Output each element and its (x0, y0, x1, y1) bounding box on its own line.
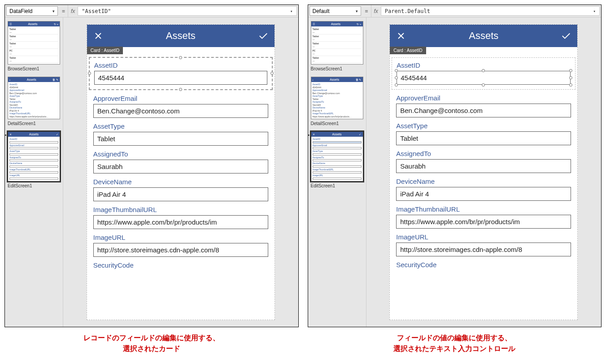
card-approveremail[interactable]: ApproverEmail Ben.Change@contoso.com (93, 95, 268, 118)
thumbnail-detail[interactable]: ‹Assets🗑 ✎ AssetID4545444 ApproverEmailB… (8, 77, 60, 119)
formula-input[interactable]: Parent.Default ▾ (381, 6, 600, 16)
caption-right: フィールドの値の編集に使用する、 選択されたテキスト入力コントロール (308, 333, 602, 354)
chevron-down-icon[interactable]: ▾ (290, 9, 292, 13)
card-imageurl[interactable]: ImageURL http://store.storeimages.cdn-ap… (396, 233, 571, 256)
thumbnail-browse[interactable]: ☰Assets↻ + Tablet— Tablet— Tablet— PC— T… (8, 21, 60, 65)
text-input[interactable]: http://store.storeimages.cdn-apple.com/8 (396, 243, 571, 256)
screen-thumbnails: ☰Assets↻ + Tablet— Tablet— Tablet— PC— T… (308, 17, 366, 327)
thumbnail-edit[interactable]: ••• ✕Assets✓ AssetID ApproverEmail Asset… (8, 131, 60, 182)
text-input[interactable]: http://store.storeimages.cdn-apple.com/8 (93, 243, 268, 257)
selection-tag: Card : AssetID (87, 47, 123, 54)
app-header: Assets (87, 25, 275, 47)
text-input[interactable]: Saurabh (396, 159, 571, 173)
chevron-down-icon: ▾ (52, 9, 55, 13)
card-securitycode[interactable]: SecurityCode (93, 261, 268, 269)
equals-sign: = (362, 5, 371, 17)
chevron-down-icon[interactable]: ▾ (593, 9, 596, 13)
card-securitycode[interactable]: SecurityCode (396, 261, 571, 269)
field-label: SecurityCode (93, 261, 268, 269)
thumbnail-label: BrowseScreen1 (311, 66, 363, 71)
card-assetid[interactable]: AssetID 4545444 (89, 57, 273, 90)
app-header: Assets (390, 25, 577, 47)
formula-input[interactable]: "AssetID" ▾ (78, 6, 296, 16)
thumbnail-label: EditScreen1 (8, 183, 60, 188)
fx-icon: fx (68, 5, 78, 17)
equals-sign: = (59, 5, 68, 17)
text-input[interactable]: Ben.Change@contoso.com (93, 104, 268, 118)
field-label: ApproverEmail (396, 94, 571, 102)
app-title: Assets (166, 30, 196, 42)
card-imageurl[interactable]: ImageURL http://store.storeimages.cdn-ap… (93, 234, 268, 257)
card-assignedto[interactable]: AssignedTo Saurabh (396, 150, 571, 173)
app-preview: Assets Card : AssetID AssetID 4545444 (87, 24, 275, 320)
field-label: ImageThumbnailURL (93, 206, 268, 213)
field-label: ImageURL (93, 234, 268, 241)
formula-bar: Default ▾ = fx Parent.Default ▾ (308, 5, 602, 17)
text-input[interactable]: 4545444 (94, 71, 267, 85)
thumbnail-label: DetailScreen1 (311, 121, 363, 126)
text-input[interactable]: https://www.apple.com/br/pr/products/im (396, 215, 571, 229)
more-icon[interactable]: ••• (308, 133, 310, 138)
card-devicename[interactable]: DeviceName iPad Air 4 (396, 178, 571, 201)
text-input[interactable]: iPad Air 4 (396, 187, 571, 201)
card-assettype[interactable]: AssetType Tablet (93, 122, 268, 146)
thumbnail-label: BrowseScreen1 (8, 66, 60, 71)
thumbnail-edit[interactable]: ••• ✕Assets✓ AssetID ApproverEmail Asset… (311, 131, 363, 182)
field-label: SecurityCode (396, 261, 571, 269)
field-label: AssignedTo (396, 150, 571, 157)
thumbnail-label: DetailScreen1 (8, 121, 60, 126)
property-name: Default (313, 8, 330, 14)
selection-tag: Card : AssetID (390, 47, 426, 54)
screen-thumbnails: ☰Assets↻ + Tablet— Tablet— Tablet— PC— T… (5, 17, 63, 327)
check-icon[interactable] (561, 31, 571, 41)
app-title: Assets (469, 30, 498, 42)
field-label: ImageURL (396, 233, 571, 241)
text-input[interactable]: Saurabh (93, 160, 268, 173)
text-input[interactable]: iPad Air 4 (93, 187, 268, 201)
property-dropdown[interactable]: Default ▾ (310, 6, 361, 16)
property-dropdown[interactable]: DataField ▾ (6, 6, 58, 16)
fx-icon: fx (371, 5, 381, 17)
field-label: DeviceName (93, 178, 268, 186)
text-input[interactable]: Tablet (396, 131, 571, 145)
edit-form: AssetID 4545444 ApproverEmail Ben.Change… (87, 54, 275, 320)
field-label: AssetID (397, 61, 571, 69)
design-canvas: Assets Card : AssetID AssetID 4545444 (366, 17, 602, 327)
card-devicename[interactable]: DeviceName iPad Air 4 (93, 178, 268, 201)
field-label: AssetID (94, 61, 267, 69)
field-label: AssetType (93, 122, 268, 130)
field-label: ImageThumbnailURL (396, 205, 571, 213)
close-icon[interactable] (93, 31, 103, 41)
thumbnail-detail[interactable]: ‹Assets🗑 ✎ AssetID4545444 ApproverEmailB… (311, 77, 363, 119)
design-canvas: Assets Card : AssetID AssetID 4545444 (63, 17, 298, 327)
property-name: DataField (9, 8, 32, 14)
more-icon[interactable]: ••• (5, 133, 6, 138)
text-input-selected[interactable]: 4545444 (397, 71, 571, 85)
editor-pane-left: DataField ▾ = fx "AssetID" ▾ ☰Assets↻ + … (4, 4, 299, 327)
caption-left: レコードのフィールドの編集に使用する、 選択されたカード (4, 333, 299, 354)
thumbnail-label: EditScreen1 (311, 183, 363, 188)
field-label: AssetType (396, 122, 571, 130)
formula-bar: DataField ▾ = fx "AssetID" ▾ (5, 5, 298, 17)
card-approveremail[interactable]: ApproverEmail Ben.Change@contoso.com (396, 94, 571, 117)
app-preview: Assets Card : AssetID AssetID 4545444 (389, 24, 578, 320)
field-label: DeviceName (396, 178, 571, 185)
field-label: ApproverEmail (93, 95, 268, 102)
close-icon[interactable] (396, 31, 406, 41)
text-input[interactable]: https://www.apple.com/br/pr/products/im (93, 215, 268, 229)
text-input[interactable]: Tablet (93, 132, 268, 146)
card-imagethumbnailurl[interactable]: ImageThumbnailURL https://www.apple.com/… (93, 206, 268, 229)
card-assignedto[interactable]: AssignedTo Saurabh (93, 150, 268, 173)
card-assettype[interactable]: AssetType Tablet (396, 122, 571, 145)
editor-pane-right: Default ▾ = fx Parent.Default ▾ ☰Assets↻… (308, 4, 602, 327)
check-icon[interactable] (258, 31, 268, 41)
card-assetid[interactable]: AssetID 4545444 (392, 57, 575, 90)
edit-form: AssetID 4545444 ApproverEmail Be (390, 54, 577, 320)
text-input[interactable]: Ben.Change@contoso.com (396, 104, 571, 117)
card-imagethumbnailurl[interactable]: ImageThumbnailURL https://www.apple.com/… (396, 205, 571, 229)
chevron-down-icon: ▾ (356, 9, 358, 13)
field-label: AssignedTo (93, 150, 268, 158)
thumbnail-browse[interactable]: ☰Assets↻ + Tablet— Tablet— Tablet— PC— T… (311, 21, 363, 65)
